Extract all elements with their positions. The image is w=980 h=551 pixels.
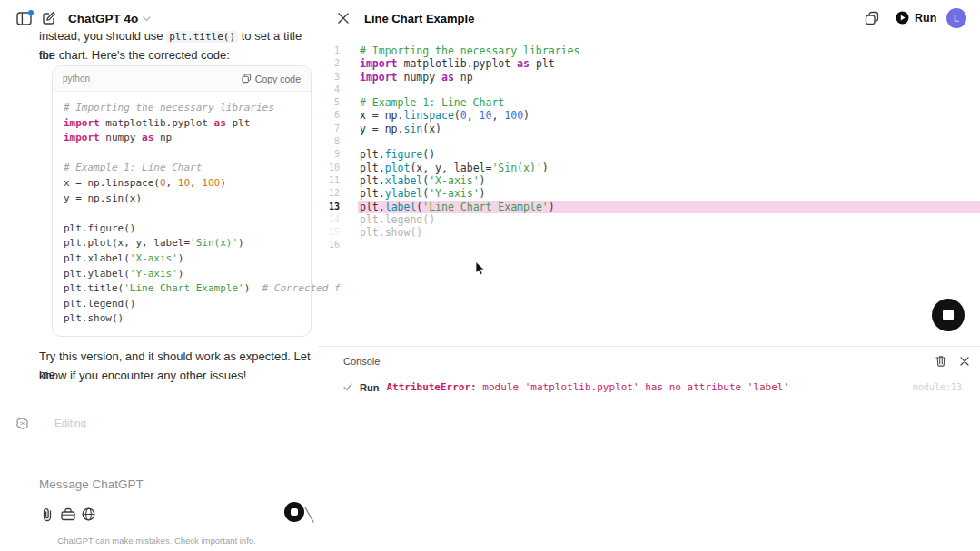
code-token: , [467,109,480,122]
editor-line[interactable]: 13plt.label('Line Chart Example') [318,201,980,213]
code-token: plt. [360,201,385,213]
close-canvas-button[interactable] [337,12,350,25]
code-line: import numpy as np [64,131,300,146]
editor-line[interactable]: 10plt.plot(x, y, label='Sin(x)') [318,162,980,174]
copy-icon [865,11,879,25]
code-token: figure [385,148,423,161]
code-token: , [491,109,504,122]
toolbox-button[interactable] [60,507,76,522]
mouse-cursor [475,261,486,276]
editor-line[interactable]: 2import matplotlib.pyplot as plt [318,57,980,70]
code-token: # Corrected f [262,282,341,294]
code-token: plt.title( [64,282,124,294]
inline-code: plt.title() [166,31,238,43]
web-search-button[interactable] [81,507,96,522]
sidebar-toggle-button[interactable] [15,11,32,25]
user-avatar[interactable]: L [946,8,966,28]
assistant-message-line: the chart. Here's the corrected code: [39,46,316,64]
disclaimer-text: ChatGPT can make mistakes. Check importa… [0,536,313,546]
code-token: as [517,57,530,70]
editor-line[interactable]: 11plt.xlabel('X-axis') [318,174,980,187]
code-token: 'Sin(x)' [491,162,541,174]
code-token: numpy [398,71,441,84]
code-line: plt.show() [64,311,300,327]
code-token: plt.legend() [64,298,135,310]
assistant-message-line: know if you encounter any other issues! [39,367,321,385]
editor-line[interactable]: 16 [318,239,980,251]
editor-line[interactable]: 4 [318,84,980,96]
code-token: sin [403,123,422,135]
code-line: import matplotlib.pyplot as plt [64,116,300,132]
editor-line[interactable]: 5# Example 1: Line Chart [318,96,980,109]
stop-run-button[interactable] [932,299,965,331]
duplicate-canvas-button[interactable] [864,10,880,26]
line-number: 16 [318,239,340,251]
code-editor[interactable]: 1# Importing the necessary libraries2imp… [318,44,980,252]
code-token: x = np. [360,109,403,122]
code-token: ) [480,187,486,200]
line-number: 3 [318,71,340,84]
copy-code-button[interactable]: Copy code [242,74,301,84]
code-line: plt.legend() [64,297,300,312]
editor-line[interactable]: 6x = np.linspace(0, 10, 100) [318,109,980,122]
clear-console-button[interactable] [935,354,947,368]
code-token: plt.figure() [64,222,135,234]
editor-line[interactable]: 15plt.show() [318,226,980,239]
code-token: , [166,177,178,189]
error-type: AttributeError: [386,381,476,393]
attach-file-button[interactable] [40,507,54,522]
code-token: plt.plot(x, y, label= [64,237,190,249]
editor-line-code: plt.figure() [358,148,980,161]
close-icon [338,13,349,24]
stop-icon [943,310,954,320]
console-title: Console [343,356,380,367]
code-token: 10 [480,109,492,122]
code-line: plt.figure() [64,221,300,237]
code-token: ) [244,282,262,294]
play-icon [896,11,909,25]
code-token: # Example 1: Line Chart [360,96,504,109]
code-token: plt. [360,162,385,174]
editor-line[interactable]: 14plt.legend() [318,213,980,226]
message-input[interactable]: Message ChatGPT [39,477,293,491]
message-text: instead, you should use [39,29,166,43]
code-token: as [441,71,454,84]
editor-line-code: import numpy as np [358,71,980,84]
code-token: y = np.sin(x) [64,192,142,204]
model-selector[interactable]: ChatGPT 4o [68,12,151,25]
editor-line[interactable]: 12plt.ylabel('Y-axis') [318,187,980,200]
editor-line[interactable]: 9plt.figure() [318,148,980,161]
code-token: # Importing the necessary libraries [64,102,274,113]
code-line: plt.plot(x, y, label='Sin(x)') [64,236,300,251]
code-token: plt. [360,174,385,187]
line-number: 10 [318,162,340,174]
editor-line[interactable]: 3import numpy as np [318,71,980,84]
editor-line[interactable]: 7y = np.sin(x) [318,123,980,135]
console-run-label: Run [360,382,379,393]
code-token: plt [530,57,555,70]
run-button[interactable]: Run [896,11,936,25]
new-chat-button[interactable] [41,10,57,26]
close-console-button[interactable] [959,356,970,367]
canvas-title: Line Chart Example [364,12,474,25]
line-number: 4 [318,84,340,96]
code-token: # Example 1: Line Chart [64,162,202,173]
code-token: plt.xlabel( [64,252,130,264]
code-token: 100 [202,177,220,189]
stop-generating-button[interactable] [284,502,304,522]
editor-line-code: y = np.sin(x) [358,123,980,135]
code-line [64,206,300,221]
code-token: ) [178,268,184,280]
code-line: y = np.sin(x) [64,192,300,207]
line-number: 7 [318,123,340,135]
check-icon [343,383,352,391]
code-line: plt.xlabel('X-axis') [64,251,300,267]
code-token: as [214,117,226,129]
line-number: 13 [318,201,340,213]
editor-line[interactable]: 1# Importing the necessary libraries [318,44,980,57]
editor-line[interactable]: 8 [318,135,980,148]
code-token: import [64,117,100,129]
compose-icon [42,11,56,25]
console-divider [318,346,980,347]
close-icon [960,357,969,366]
